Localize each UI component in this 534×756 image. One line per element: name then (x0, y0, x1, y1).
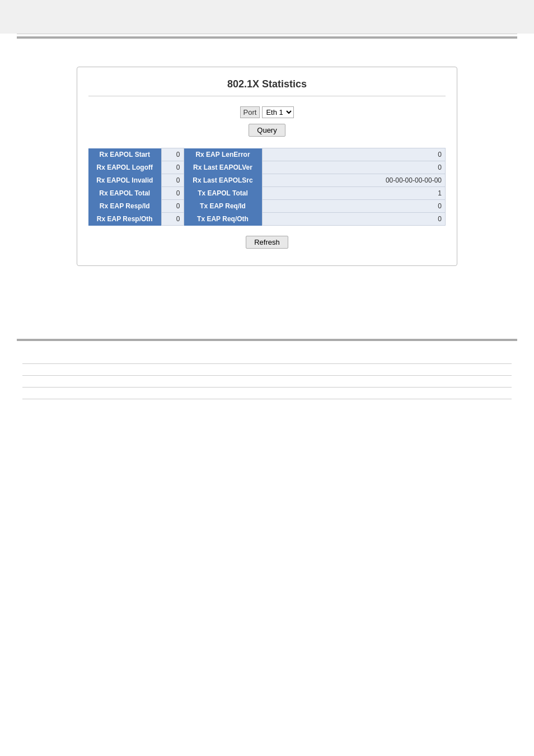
left-label-cell: Rx EAP Resp/Oth (88, 213, 161, 226)
bottom-section (0, 341, 534, 422)
right-value-cell: 0 (262, 148, 446, 161)
table-row: Rx EAPOL Start0Rx EAP LenError0 (88, 148, 446, 161)
left-value-cell: 0 (161, 213, 184, 226)
port-label: Port (240, 106, 260, 118)
refresh-row: Refresh (88, 236, 446, 249)
table-row: Rx EAP Resp/Oth0Tx EAP Req/Oth0 (88, 213, 446, 226)
stats-title: 802.1X Statistics (88, 78, 446, 96)
right-label-cell: Tx EAP Req/Oth (184, 213, 262, 226)
port-selector-row: Port Eth 1 Eth 2 Eth 3 Eth 4 (88, 106, 446, 118)
left-value-cell: 0 (161, 161, 184, 174)
table-row: Rx EAPOL Total0Tx EAPOL Total1 (88, 187, 446, 200)
table-row: Rx EAPOL Invalid0Rx Last EAPOLSrc00-00-0… (88, 174, 446, 187)
left-value-cell: 0 (161, 174, 184, 187)
left-label-cell: Rx EAPOL Total (88, 187, 161, 200)
content-area: 802.1X Statistics Port Eth 1 Eth 2 Eth 3… (0, 39, 534, 294)
table-row: Rx EAP Resp/Id0Tx EAP Req/Id0 (88, 200, 446, 213)
right-value-cell: 0 (262, 161, 446, 174)
right-label-cell: Tx EAPOL Total (184, 187, 262, 200)
right-value-cell: 00-00-00-00-00-00 (262, 174, 446, 187)
right-label-cell: Rx EAP LenError (184, 148, 262, 161)
left-value-cell: 0 (161, 200, 184, 213)
left-label-cell: Rx EAPOL Start (88, 148, 161, 161)
right-value-cell: 0 (262, 213, 446, 226)
bottom-divider-2 (22, 375, 512, 376)
table-row: Rx EAPOL Logoff0Rx Last EAPOLVer0 (88, 161, 446, 174)
port-select[interactable]: Eth 1 Eth 2 Eth 3 Eth 4 (262, 106, 294, 118)
query-btn-row: Query (88, 124, 446, 137)
right-value-cell: 1 (262, 187, 446, 200)
bottom-divider-1 (22, 363, 512, 364)
right-label-cell: Rx Last EAPOLSrc (184, 174, 262, 187)
bottom-divider-4 (22, 399, 512, 399)
left-label-cell: Rx EAPOL Logoff (88, 161, 161, 174)
refresh-button[interactable]: Refresh (246, 236, 288, 249)
page-wrapper: 802.1X Statistics Port Eth 1 Eth 2 Eth 3… (0, 34, 534, 756)
stats-table: Rx EAPOL Start0Rx EAP LenError0Rx EAPOL … (88, 148, 446, 226)
right-value-cell: 0 (262, 200, 446, 213)
query-button[interactable]: Query (249, 124, 285, 137)
top-divider (17, 34, 517, 34)
right-label-cell: Tx EAP Req/Id (184, 200, 262, 213)
left-label-cell: Rx EAP Resp/Id (88, 200, 161, 213)
left-value-cell: 0 (161, 187, 184, 200)
right-label-cell: Rx Last EAPOLVer (184, 161, 262, 174)
stats-box: 802.1X Statistics Port Eth 1 Eth 2 Eth 3… (77, 67, 457, 266)
left-value-cell: 0 (161, 148, 184, 161)
bottom-divider-3 (22, 387, 512, 388)
left-label-cell: Rx EAPOL Invalid (88, 174, 161, 187)
